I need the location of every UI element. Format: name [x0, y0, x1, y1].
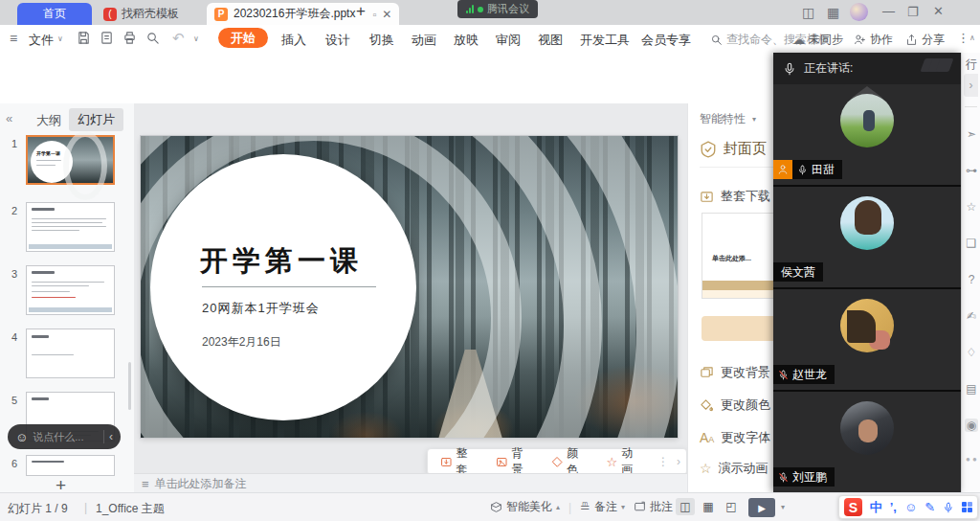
quickbar-more-icon[interactable]: ⋮ — [654, 455, 673, 468]
sogou-logo[interactable]: S — [844, 498, 862, 516]
ime-punctuation-toggle[interactable]: ’, — [890, 500, 897, 514]
slideshow-play-button[interactable]: ▶ — [748, 498, 775, 517]
menu-tab-devtools[interactable]: 开发工具 — [578, 32, 632, 49]
notes-toggle-button[interactable]: ≞ 备注 ▾ — [580, 499, 625, 515]
ime-handwriting-icon[interactable]: ✎ — [924, 500, 935, 514]
menu-tab-insert[interactable]: 插入 — [279, 32, 308, 49]
print-icon[interactable] — [122, 31, 137, 45]
menu-tab-membership[interactable]: 会员专享 — [639, 32, 693, 49]
pin-tab-icon[interactable]: ▫ — [372, 9, 376, 20]
menu-file[interactable]: 文件 — [27, 32, 56, 49]
more-options-icon[interactable]: ⋮ — [957, 31, 969, 45]
menu-tab-review[interactable]: 审阅 — [494, 32, 523, 49]
participant-tile[interactable]: 赵世龙 — [773, 289, 961, 392]
slide-canvas[interactable]: 开学第一课 20网新本1开学班会 2023年2月16日 — [141, 136, 678, 438]
participant-name: 田甜 — [812, 162, 835, 178]
restore-window-icon[interactable]: ❐ — [907, 5, 919, 19]
print-preview-icon[interactable] — [145, 31, 160, 45]
tencent-meeting-window: 正在讲话: 田甜 侯文茜 — [773, 53, 961, 492]
comments-button[interactable]: 批注 — [634, 499, 673, 515]
tab-slides[interactable]: 幻灯片 — [69, 108, 123, 131]
close-window-icon[interactable]: ✕ — [933, 4, 944, 18]
undo-icon[interactable]: ↶ — [172, 30, 185, 47]
meeting-header[interactable]: 正在讲话: — [773, 53, 961, 84]
new-tab-button[interactable]: + — [356, 2, 366, 21]
tab-template[interactable]: ( 找稻壳模板 — [103, 3, 179, 25]
export-pdf-icon[interactable] — [100, 31, 114, 45]
reading-view-button[interactable]: ◰ — [722, 498, 741, 515]
share-button[interactable]: 分享 — [905, 32, 945, 48]
notes-bar[interactable]: ≡ 单击此处添加备注 — [134, 473, 695, 493]
smart-beautify-button[interactable]: 智能美化 ▴ — [490, 499, 560, 515]
signature-icon[interactable]: ✍ — [965, 309, 978, 323]
meeting-indicator-pill[interactable]: 腾讯会议 — [457, 0, 538, 18]
redo-caret-icon[interactable]: ∨ — [193, 34, 199, 43]
menu-tab-view[interactable]: 视图 — [536, 32, 565, 49]
shape-icon[interactable]: ♢ — [965, 346, 978, 359]
save-icon[interactable] — [77, 31, 91, 45]
collapse-panel-icon[interactable]: « — [6, 111, 12, 125]
menu-tab-animation[interactable]: 动画 — [410, 32, 438, 49]
slide-thumbnail-4[interactable] — [26, 328, 115, 378]
collapse-chat-icon[interactable]: ‹ — [109, 430, 113, 443]
panel-scrollbar[interactable] — [128, 362, 131, 410]
quickbar-expand-icon[interactable]: › — [677, 455, 680, 468]
title-circle[interactable]: 开学第一课 20网新本1开学班会 2023年2月16日 — [150, 154, 416, 420]
slide-thumbnail-1[interactable]: 开学第一课 — [26, 135, 115, 185]
ime-toolbox-icon[interactable] — [962, 502, 972, 512]
tab-outline[interactable]: 大纲 — [36, 112, 61, 129]
slide-thumbnail-2[interactable] — [26, 202, 115, 252]
menu-tab-start[interactable]: 开始 — [218, 28, 268, 48]
user-avatar[interactable] — [850, 3, 868, 21]
change-color-item[interactable]: 更改颜色 — [700, 396, 770, 414]
change-color-label: 更改颜色 — [721, 396, 770, 414]
image-tool-icon[interactable]: ▤ — [965, 382, 978, 396]
smart-features-header[interactable]: 智能特性▾ — [700, 111, 756, 127]
menu-tab-design[interactable]: 设计 — [323, 32, 352, 49]
menu-tab-transition[interactable]: 切换 — [368, 32, 396, 49]
collapse-ribbon-icon[interactable]: ∧ — [969, 34, 975, 42]
docer-panel-icon[interactable]: ◉ — [965, 419, 978, 432]
ime-emoji-icon[interactable]: ☺ — [904, 500, 917, 514]
cover-page-item[interactable]: 封面页 — [700, 140, 767, 158]
side-by-side-icon[interactable]: ◫ — [802, 5, 814, 20]
menu-tab-slideshow[interactable]: 放映 — [452, 32, 480, 49]
play-options-caret[interactable]: ▾ — [781, 503, 785, 511]
favorites-icon[interactable]: ☆ — [965, 200, 978, 214]
docer-icon: ( — [103, 8, 117, 21]
slide-thumbnail-6[interactable] — [26, 455, 115, 476]
normal-view-button[interactable]: ◫ — [676, 498, 695, 515]
change-font-item[interactable]: AA 更改字体 — [700, 429, 770, 446]
participant-tile[interactable]: 刘亚鹏 — [773, 392, 961, 492]
comment-icon[interactable]: ❑ — [965, 237, 978, 250]
hamburger-icon[interactable]: ≡ — [10, 31, 17, 46]
demo-animation-item[interactable]: ☆ 演示动画 — [700, 460, 768, 477]
ime-voice-icon[interactable] — [943, 502, 954, 513]
sync-status[interactable]: ☁ 未同步 — [792, 32, 843, 48]
tab-document[interactable]: P 20230216开学班会.pptx ▫ ✕ — [207, 3, 399, 25]
ime-toolbar: S 中 ’, ☺ ✎ — [838, 495, 978, 519]
participant-tile[interactable]: 侯文茜 — [773, 187, 961, 289]
minimize-icon[interactable]: — — [882, 4, 895, 18]
chat-input-placeholder[interactable]: 说点什么... — [33, 430, 99, 444]
color-diamond-icon — [551, 456, 564, 468]
workbench-grid-icon[interactable]: ▦ — [827, 5, 839, 20]
sync-label: 未同步 — [809, 32, 843, 48]
collab-button[interactable]: 协作 — [854, 32, 893, 48]
emoji-icon[interactable]: ☺ — [15, 430, 28, 444]
adjust-icon[interactable]: ⊶ — [965, 164, 978, 177]
slide-thumbnail-3[interactable] — [26, 265, 115, 315]
tab-home[interactable]: 首页 — [17, 3, 92, 25]
participant-tile[interactable]: 田甜 — [773, 84, 961, 187]
slide-number: 5 — [11, 395, 17, 406]
slide-sorter-view-button[interactable]: ▦ — [699, 498, 718, 515]
rocket-icon[interactable]: ➣ — [965, 127, 978, 141]
download-set-item[interactable]: 整套下载 — [700, 188, 770, 205]
close-tab-icon[interactable]: ✕ — [382, 8, 391, 21]
expand-sidebar-handle[interactable]: › — [964, 74, 978, 97]
file-caret-icon: ∨ — [57, 34, 63, 43]
meeting-chat-pill[interactable]: ☺ 说点什么... ‹ — [8, 424, 121, 449]
change-background-item[interactable]: 更改背景 — [700, 364, 770, 381]
ime-language-toggle[interactable]: 中 — [870, 499, 882, 516]
help-icon[interactable]: ? — [965, 273, 978, 286]
